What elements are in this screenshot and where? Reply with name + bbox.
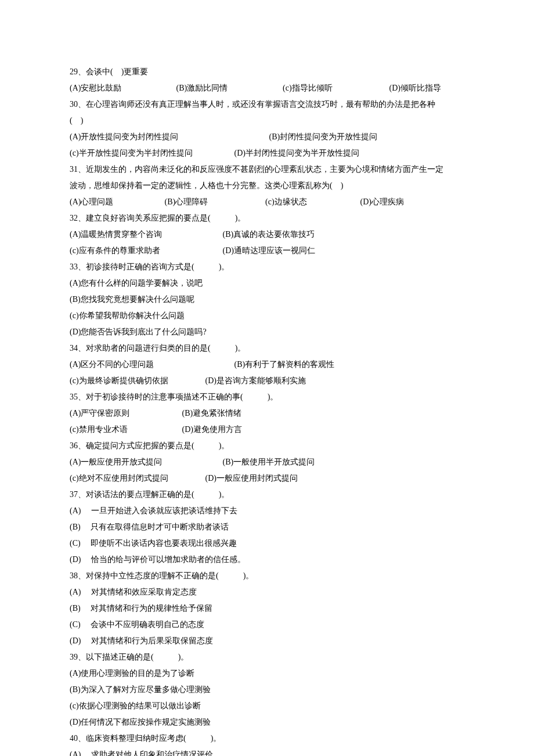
- q37-opt-a: (A) 一旦开始进入会谈就应该把谈话维持下去: [70, 503, 464, 519]
- q30-opt-d: (D)半封闭性提问变为半开放性提问: [234, 145, 359, 161]
- q29-opt-c: (c)指导比倾听: [283, 80, 387, 96]
- q33-opt-b: (B)您找我究竟想要解决什么问题呢: [70, 291, 464, 308]
- q38-opt-d: (D) 对其情绪和行为后果采取保留态度: [70, 633, 464, 649]
- q36-options-row2: (c)绝对不应使用封闭式提问 (D)一般应使用封闭式提问: [70, 470, 464, 487]
- q30-stem-1: 30、在心理咨询师还没有真正理解当事人时，或还没有掌握语言交流技巧时，最有帮助的…: [70, 96, 464, 113]
- q38-opt-b: (B) 对其情绪和行为的规律性给予保留: [70, 600, 464, 617]
- q30-options-row2: (c)半开放性提问变为半封闭性提问 (D)半封闭性提问变为半开放性提问: [70, 145, 464, 161]
- q40-stem: 40、临床资料整理归纳时应考虑( )。: [70, 730, 464, 747]
- q34-opt-c: (c)为最终诊断提供确切依据: [70, 373, 203, 389]
- q37-stem: 37、对谈话法的要点理解正确的是( )。: [70, 487, 464, 503]
- q36-opt-a: (A)一般应使用开放式提问: [70, 454, 221, 470]
- q36-stem: 36、确定提问方式应把握的要点是( )。: [70, 438, 464, 454]
- q29-stem: 29、会谈中( )更重要: [70, 64, 464, 80]
- q36-opt-b: (B)一般使用半开放式提问: [223, 454, 315, 470]
- q30-opt-b: (B)封闭性提问变为开放性提问: [269, 129, 378, 145]
- q31-opt-d: (D)心理疾病: [360, 194, 404, 210]
- q33-stem: 33、初诊接待时正确的咨询方式是( )。: [70, 259, 464, 275]
- q35-opt-b: (B)避免紧张情绪: [182, 405, 242, 422]
- q31-options: (A)心理问题 (B)心理障碍 (c)边缘状态 (D)心理疾病: [70, 194, 464, 210]
- q31-opt-a: (A)心理问题: [70, 194, 163, 210]
- q36-options-row1: (A)一般应使用开放式提问 (B)一般使用半开放式提问: [70, 454, 464, 470]
- q37-opt-c: (C) 即使听不出谈话内容也要表现出很感兴趣: [70, 535, 464, 552]
- q29-opt-b: (B)激励比同情: [176, 80, 281, 96]
- q34-options-row1: (A)区分不同的心理问题 (B)有利于了解资料的客观性: [70, 357, 464, 373]
- q31-stem-2: 波动，思维却保持着一定的逻辑性，人格也十分完整。这类心理紊乱称为( ): [70, 178, 464, 194]
- q32-opt-a: (A)温暖热情贯穿整个咨询: [70, 226, 221, 243]
- q39-opt-c: (c)依据心理测验的结果可以做出诊断: [70, 698, 464, 714]
- q38-opt-a: (A) 对其情绪和效应采取肯定态度: [70, 584, 464, 600]
- q31-stem-1: 31、近期发生的，内容尚未泛化的和反应强度不甚剧烈的心理紊乱状态，主要为心境和情…: [70, 161, 464, 178]
- q38-stem: 38、对保持中立性态度的理解不正确的是( )。: [70, 568, 464, 584]
- q34-options-row2: (c)为最终诊断提供确切依据 (D)是咨询方案能够顺利实施: [70, 373, 464, 389]
- q35-opt-a: (A)严守保密原则: [70, 405, 180, 422]
- q39-stem: 39、以下描述正确的是( )。: [70, 649, 464, 665]
- q34-opt-a: (A)区分不同的心理问题: [70, 357, 232, 373]
- q33-opt-c: (c)你希望我帮助你解决什么问题: [70, 308, 464, 324]
- q35-options-row1: (A)严守保密原则 (B)避免紧张情绪: [70, 405, 464, 422]
- q30-stem-2: ( ): [70, 113, 464, 129]
- q40-opt-a: (A) 求助者对他人印象和治疗情况评价: [70, 747, 464, 756]
- q34-opt-b: (B)有利于了解资料的客观性: [234, 357, 335, 373]
- q36-opt-c: (c)绝对不应使用封闭式提问: [70, 470, 203, 487]
- q29-opt-a: (A)安慰比鼓励: [70, 80, 174, 96]
- q29-options: (A)安慰比鼓励 (B)激励比同情 (c)指导比倾听 (D)倾听比指导: [70, 80, 464, 96]
- q35-stem: 35、对于初诊接待时的注意事项描述不正确的事( )。: [70, 389, 464, 405]
- q32-options-row2: (c)应有条件的尊重求助者 (D)通晴达理应该一视同仁: [70, 243, 464, 259]
- q30-opt-c: (c)半开放性提问变为半封闭性提问: [70, 145, 232, 161]
- q30-opt-a: (A)开放性提问变为封闭性提问: [70, 129, 267, 145]
- q32-options-row1: (A)温暖热情贯穿整个咨询 (B)真诚的表达要依靠技巧: [70, 226, 464, 243]
- q35-opt-c: (c)禁用专业术语: [70, 422, 180, 438]
- q38-opt-c: (C) 会谈中不应明确表明自己的态度: [70, 617, 464, 633]
- q32-stem: 32、建立良好咨询关系应把握的要点是( )。: [70, 210, 464, 226]
- q29-opt-d: (D)倾听比指导: [389, 80, 441, 96]
- q39-opt-d: (D)任何情况下都应按操作规定实施测验: [70, 714, 464, 730]
- q33-opt-d: (D)您能否告诉我到底出了什么问题吗?: [70, 324, 464, 340]
- q36-opt-d: (D)一般应使用封闭式提问: [205, 470, 298, 487]
- q32-opt-b: (B)真诚的表达要依靠技巧: [223, 226, 315, 243]
- q31-opt-b: (B)心理障碍: [165, 194, 264, 210]
- q32-opt-d: (D)通晴达理应该一视同仁: [223, 243, 315, 259]
- q39-opt-a: (A)使用心理测验的目的是为了诊断: [70, 665, 464, 682]
- q37-opt-d: (D) 恰当的给与评价可以增加求助者的信任感。: [70, 552, 464, 568]
- q35-opt-d: (D)避免使用方言: [182, 422, 242, 438]
- q30-options-row1: (A)开放性提问变为封闭性提问 (B)封闭性提问变为开放性提问: [70, 129, 464, 145]
- q34-stem: 34、对求助者的问题进行归类的目的是( )。: [70, 340, 464, 357]
- q39-opt-b: (B)为深入了解对方应尽量多做心理测验: [70, 682, 464, 698]
- q34-opt-d: (D)是咨询方案能够顺利实施: [205, 373, 306, 389]
- q33-opt-a: (A)您有什么样的问题学要解决，说吧: [70, 275, 464, 291]
- q35-options-row2: (c)禁用专业术语 (D)避免使用方言: [70, 422, 464, 438]
- q31-opt-c: (c)边缘状态: [265, 194, 358, 210]
- q37-opt-b: (B) 只有在取得信息时才可中断求助者谈话: [70, 519, 464, 535]
- q32-opt-c: (c)应有条件的尊重求助者: [70, 243, 221, 259]
